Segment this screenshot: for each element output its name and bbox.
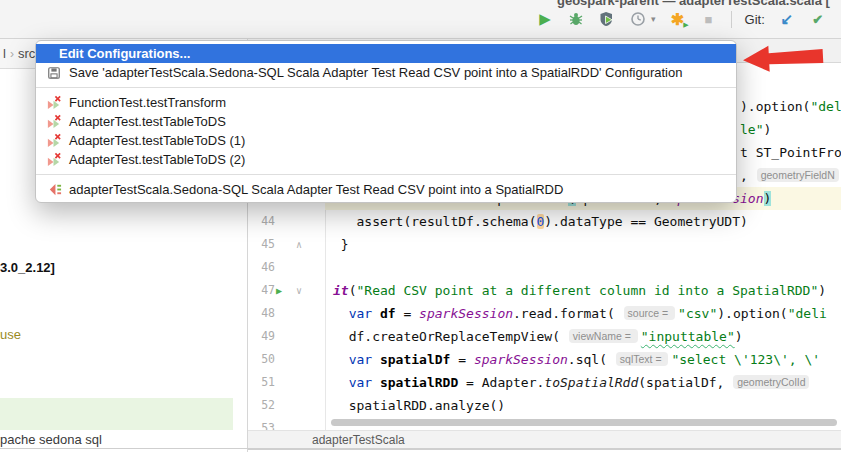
token-str: "csv": [678, 306, 717, 321]
menu-item[interactable]: AdapterTest.testTableToDS (1): [36, 131, 736, 150]
menu-item-label: Edit Configurations...: [59, 46, 190, 61]
token-method: toSpatialRdd: [544, 375, 638, 390]
line-number: 50: [253, 348, 275, 371]
token-plain: .sql(: [568, 352, 615, 367]
menu-item-label: AdapterTest.testTableToDS: [69, 114, 226, 129]
token-strwavy: "inputtable": [641, 329, 735, 344]
run-button[interactable]: ▶: [536, 10, 554, 28]
line-number: 47: [253, 279, 275, 302]
token-plain: ,: [740, 168, 756, 183]
editor-line[interactable]: 50var spatialDf = sparkSession.sql( sqlT…: [249, 348, 841, 371]
token-bold: df: [380, 306, 396, 321]
project-version-fragment: 3.0_2.12]: [0, 260, 55, 275]
token-plain: ).option(: [717, 306, 787, 321]
menu-item[interactable]: Save 'adapterTestScala.Sedona-SQL Scala …: [36, 63, 736, 82]
menu-item-label: FunctionTest.testTransform: [69, 95, 226, 110]
horizontal-scrollbar[interactable]: [331, 419, 837, 426]
run-test-gutter-icon[interactable]: ▶: [276, 279, 282, 302]
chevron-right-icon: ›: [6, 47, 18, 61]
token-kw: var: [349, 306, 380, 321]
editor-breadcrumb[interactable]: adapterTestScala: [248, 430, 841, 450]
token-hint: geometryFieldN: [757, 168, 839, 182]
clipped-code-fragment: le"): [740, 118, 771, 141]
editor-line[interactable]: 48var df = sparkSession.read.format( sou…: [249, 302, 841, 325]
save-icon: [46, 65, 62, 81]
git-update-button[interactable]: ↙: [778, 10, 796, 28]
menu-item[interactable]: AdapterTest.testTableToDS: [36, 112, 736, 131]
menu-separator: [36, 87, 736, 88]
coverage-button[interactable]: [598, 10, 616, 28]
editor-line[interactable]: 45∧}: [249, 233, 841, 256]
token-plain: t ST_PointFro: [740, 145, 841, 160]
breadcrumb[interactable]: l›src: [3, 46, 35, 61]
profiler-dropdown-caret-icon[interactable]: ▾: [651, 14, 656, 24]
fold-marker-icon[interactable]: ∧: [296, 233, 302, 256]
coverage-shield-icon: [599, 11, 615, 27]
code-text: df.createOrReplaceTempView( viewName = "…: [333, 325, 743, 349]
token-bold: spatialDf: [380, 352, 450, 367]
run-with-profiler-button[interactable]: ✱ ▶: [669, 10, 687, 28]
code-text: var spatialRDD = Adapter.toSpatialRdd(sp…: [333, 371, 812, 395]
token-str: "Read CSV point at a different column id…: [356, 283, 818, 298]
breadcrumb-part: src: [18, 46, 35, 61]
menu-item[interactable]: adapterTestScala.Sedona-SQL Scala Adapte…: [36, 180, 736, 199]
token-plain: .read.format(: [513, 306, 623, 321]
code-text: it("Read CSV point at a different column…: [333, 279, 826, 302]
code-text: }: [333, 233, 349, 256]
ide-window: geospark-parent — adapterTestScala.scala…: [0, 0, 841, 452]
small-play-icon: ▶: [683, 21, 688, 29]
code-text: var df = sparkSession.read.format( sourc…: [333, 302, 827, 326]
token-plain: (spatialDf,: [638, 375, 732, 390]
run-config-menu: Edit Configurations...Save 'adapterTestS…: [35, 40, 737, 203]
menu-item[interactable]: AdapterTest.testTableToDS (2): [36, 150, 736, 169]
menu-item-label: adapterTestScala.Sedona-SQL Scala Adapte…: [69, 182, 563, 197]
token-plain: df.createOrReplaceTempView(: [349, 329, 568, 344]
editor-line[interactable]: 47▶∨it("Read CSV point at a different co…: [249, 279, 841, 302]
token-plain: ).option(: [740, 99, 810, 114]
token-brace: ): [764, 191, 772, 206]
editor-line[interactable]: 51var spatialRDD = Adapter.toSpatialRdd(…: [249, 371, 841, 394]
test-failed-icon: [46, 114, 62, 130]
token-plain: ).dataType == GeometryUDT): [544, 214, 748, 229]
clipped-code-fragment: ).option("deli: [740, 95, 841, 118]
token-it: it: [333, 283, 349, 298]
profiler-button[interactable]: [629, 10, 647, 28]
debug-button[interactable]: [567, 10, 585, 28]
menu-item-label: AdapterTest.testTableToDS (2): [69, 152, 245, 167]
code-text: assert(resultDf.schema(0).dataType == Ge…: [333, 210, 748, 233]
token-plain: ): [763, 122, 771, 137]
token-plain: }: [341, 237, 349, 252]
token-kw: var: [349, 375, 380, 390]
annotation-arrow: [738, 38, 830, 79]
menu-item-label: AdapterTest.testTableToDS (1): [69, 133, 245, 148]
editor-line[interactable]: 44assert(resultDf.schema(0).dataType == …: [249, 210, 841, 233]
menu-item[interactable]: FunctionTest.testTransform: [36, 93, 736, 112]
token-hint: sqlText =: [616, 352, 669, 366]
editor-line[interactable]: 46: [249, 256, 841, 279]
token-plain: =: [396, 306, 419, 321]
token-hint: viewName =: [569, 329, 638, 343]
git-commit-button[interactable]: ✔: [809, 10, 827, 28]
token-bold: spatialRDD: [380, 375, 458, 390]
highlighted-block: [0, 398, 233, 430]
code-text: var spatialDf = sparkSession.sql( sqlTex…: [333, 348, 820, 372]
stop-button[interactable]: ■: [700, 10, 718, 28]
test-failed-icon: [46, 133, 62, 149]
token-hint: geometryColId: [733, 375, 809, 389]
token-field: sparkSession: [419, 306, 513, 321]
line-number: 48: [253, 302, 275, 325]
bug-icon: [568, 11, 584, 27]
fold-marker-icon[interactable]: ∨: [296, 279, 302, 302]
token-kw: var: [349, 352, 380, 367]
menu-separator: [36, 174, 736, 175]
token-hint: source =: [624, 306, 675, 320]
token-str: "deli: [788, 306, 827, 321]
token-str: le": [740, 122, 763, 137]
code-text: spatialRDD.analyze(): [333, 394, 505, 417]
editor-line[interactable]: 52spatialRDD.analyze(): [249, 394, 841, 417]
menu-item[interactable]: Edit Configurations...: [36, 44, 736, 63]
token-field: sparkSession: [474, 352, 568, 367]
editor-line[interactable]: 49df.createOrReplaceTempView( viewName =…: [249, 325, 841, 348]
menu-item-label: Save 'adapterTestScala.Sedona-SQL Scala …: [69, 65, 682, 80]
toolbar-divider: [731, 11, 732, 28]
